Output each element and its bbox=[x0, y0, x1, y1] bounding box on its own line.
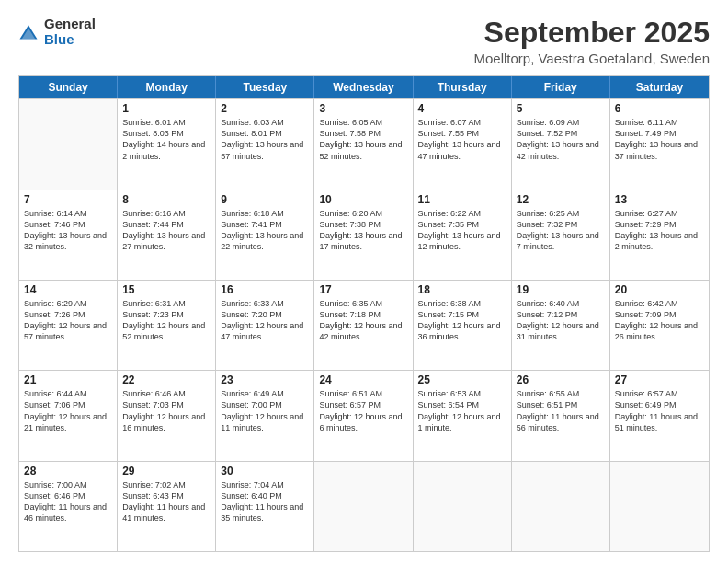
calendar-cell: 4Sunrise: 6:07 AMSunset: 7:55 PMDaylight… bbox=[414, 99, 512, 189]
calendar-row-4: 28Sunrise: 7:00 AMSunset: 6:46 PMDayligh… bbox=[19, 461, 709, 551]
cell-info: Sunrise: 6:22 AMSunset: 7:35 PMDaylight:… bbox=[418, 208, 506, 253]
calendar-cell: 23Sunrise: 6:49 AMSunset: 7:00 PMDayligh… bbox=[216, 371, 314, 460]
page: General Blue September 2025 Moelltorp, V… bbox=[0, 0, 728, 563]
cell-info: Sunrise: 6:53 AMSunset: 6:54 PMDaylight:… bbox=[418, 388, 506, 433]
cell-info: Sunrise: 6:55 AMSunset: 6:51 PMDaylight:… bbox=[517, 388, 605, 433]
header: General Blue September 2025 Moelltorp, V… bbox=[18, 17, 710, 66]
calendar-cell: 2Sunrise: 6:03 AMSunset: 8:01 PMDaylight… bbox=[216, 99, 314, 189]
day-number: 6 bbox=[615, 102, 704, 115]
calendar-cell: 16Sunrise: 6:33 AMSunset: 7:20 PMDayligh… bbox=[216, 281, 314, 370]
calendar-cell: 13Sunrise: 6:27 AMSunset: 7:29 PMDayligh… bbox=[610, 190, 709, 280]
calendar-cell: 9Sunrise: 6:18 AMSunset: 7:41 PMDaylight… bbox=[216, 190, 314, 280]
calendar-cell: 14Sunrise: 6:29 AMSunset: 7:26 PMDayligh… bbox=[19, 281, 118, 370]
calendar-cell: 5Sunrise: 6:09 AMSunset: 7:52 PMDaylight… bbox=[512, 99, 610, 189]
header-day-monday: Monday bbox=[118, 76, 216, 98]
cell-info: Sunrise: 6:35 AMSunset: 7:18 PMDaylight:… bbox=[319, 298, 407, 343]
calendar-cell: 10Sunrise: 6:20 AMSunset: 7:38 PMDayligh… bbox=[314, 190, 413, 280]
calendar-cell: 12Sunrise: 6:25 AMSunset: 7:32 PMDayligh… bbox=[512, 190, 610, 280]
calendar-cell: 30Sunrise: 7:04 AMSunset: 6:40 PMDayligh… bbox=[216, 462, 314, 551]
calendar-cell: 7Sunrise: 6:14 AMSunset: 7:46 PMDaylight… bbox=[19, 190, 118, 280]
day-number: 9 bbox=[221, 193, 309, 206]
cell-info: Sunrise: 6:07 AMSunset: 7:55 PMDaylight:… bbox=[418, 117, 506, 162]
cell-info: Sunrise: 6:38 AMSunset: 7:15 PMDaylight:… bbox=[418, 298, 506, 343]
header-day-tuesday: Tuesday bbox=[216, 76, 314, 98]
day-number: 20 bbox=[615, 283, 704, 296]
cell-info: Sunrise: 7:02 AMSunset: 6:43 PMDaylight:… bbox=[122, 479, 210, 524]
calendar-cell: 27Sunrise: 6:57 AMSunset: 6:49 PMDayligh… bbox=[610, 371, 709, 460]
title-block: September 2025 Moelltorp, Vaestra Goetal… bbox=[473, 17, 710, 66]
cell-info: Sunrise: 6:18 AMSunset: 7:41 PMDaylight:… bbox=[221, 208, 309, 253]
cell-info: Sunrise: 6:09 AMSunset: 7:52 PMDaylight:… bbox=[517, 117, 605, 162]
logo-icon bbox=[18, 23, 39, 43]
day-number: 7 bbox=[24, 193, 112, 206]
day-number: 19 bbox=[517, 283, 605, 296]
calendar-cell: 6Sunrise: 6:11 AMSunset: 7:49 PMDaylight… bbox=[610, 99, 709, 189]
header-day-saturday: Saturday bbox=[610, 76, 709, 98]
cell-info: Sunrise: 6:20 AMSunset: 7:38 PMDaylight:… bbox=[319, 208, 407, 253]
day-number: 1 bbox=[122, 102, 210, 115]
day-number: 24 bbox=[319, 373, 407, 386]
day-number: 29 bbox=[122, 465, 210, 477]
day-number: 17 bbox=[319, 283, 407, 296]
day-number: 15 bbox=[122, 283, 210, 296]
cell-info: Sunrise: 6:49 AMSunset: 7:00 PMDaylight:… bbox=[221, 388, 309, 433]
calendar-body: 1Sunrise: 6:01 AMSunset: 8:03 PMDaylight… bbox=[19, 98, 709, 551]
calendar-cell bbox=[314, 462, 413, 551]
cell-info: Sunrise: 6:33 AMSunset: 7:20 PMDaylight:… bbox=[221, 298, 309, 343]
header-day-wednesday: Wednesday bbox=[314, 76, 413, 98]
cell-info: Sunrise: 6:03 AMSunset: 8:01 PMDaylight:… bbox=[221, 117, 309, 162]
calendar-cell: 29Sunrise: 7:02 AMSunset: 6:43 PMDayligh… bbox=[118, 462, 216, 551]
calendar-cell: 18Sunrise: 6:38 AMSunset: 7:15 PMDayligh… bbox=[414, 281, 512, 370]
cell-info: Sunrise: 6:25 AMSunset: 7:32 PMDaylight:… bbox=[517, 208, 605, 253]
cell-info: Sunrise: 7:00 AMSunset: 6:46 PMDaylight:… bbox=[24, 479, 112, 524]
calendar-cell: 21Sunrise: 6:44 AMSunset: 7:06 PMDayligh… bbox=[19, 371, 118, 460]
calendar-cell: 28Sunrise: 7:00 AMSunset: 6:46 PMDayligh… bbox=[19, 462, 118, 551]
cell-info: Sunrise: 6:57 AMSunset: 6:49 PMDaylight:… bbox=[615, 388, 704, 433]
calendar-row-2: 14Sunrise: 6:29 AMSunset: 7:26 PMDayligh… bbox=[19, 280, 709, 370]
calendar-cell: 3Sunrise: 6:05 AMSunset: 7:58 PMDaylight… bbox=[314, 99, 413, 189]
calendar-row-3: 21Sunrise: 6:44 AMSunset: 7:06 PMDayligh… bbox=[19, 370, 709, 460]
day-number: 11 bbox=[418, 193, 506, 206]
cell-info: Sunrise: 7:04 AMSunset: 6:40 PMDaylight:… bbox=[221, 479, 309, 524]
day-number: 12 bbox=[517, 193, 605, 206]
cell-info: Sunrise: 6:40 AMSunset: 7:12 PMDaylight:… bbox=[517, 298, 605, 343]
calendar-cell: 1Sunrise: 6:01 AMSunset: 8:03 PMDaylight… bbox=[118, 99, 216, 189]
logo-text: General Blue bbox=[44, 17, 96, 47]
cell-info: Sunrise: 6:46 AMSunset: 7:03 PMDaylight:… bbox=[122, 388, 210, 433]
calendar-cell: 20Sunrise: 6:42 AMSunset: 7:09 PMDayligh… bbox=[610, 281, 709, 370]
day-number: 10 bbox=[319, 193, 407, 206]
day-number: 5 bbox=[517, 102, 605, 115]
day-number: 16 bbox=[221, 283, 309, 296]
location-title: Moelltorp, Vaestra Goetaland, Sweden bbox=[473, 51, 710, 66]
day-number: 22 bbox=[122, 373, 210, 386]
day-number: 28 bbox=[24, 465, 112, 477]
cell-info: Sunrise: 6:05 AMSunset: 7:58 PMDaylight:… bbox=[319, 117, 407, 162]
cell-info: Sunrise: 6:44 AMSunset: 7:06 PMDaylight:… bbox=[24, 388, 112, 433]
calendar-cell bbox=[414, 462, 512, 551]
calendar-cell: 19Sunrise: 6:40 AMSunset: 7:12 PMDayligh… bbox=[512, 281, 610, 370]
calendar-row-0: 1Sunrise: 6:01 AMSunset: 8:03 PMDaylight… bbox=[19, 98, 709, 189]
logo-blue-text: Blue bbox=[44, 32, 96, 48]
header-day-sunday: Sunday bbox=[19, 76, 118, 98]
cell-info: Sunrise: 6:42 AMSunset: 7:09 PMDaylight:… bbox=[615, 298, 704, 343]
cell-info: Sunrise: 6:29 AMSunset: 7:26 PMDaylight:… bbox=[24, 298, 112, 343]
cell-info: Sunrise: 6:31 AMSunset: 7:23 PMDaylight:… bbox=[122, 298, 210, 343]
calendar-cell bbox=[610, 462, 709, 551]
header-day-friday: Friday bbox=[512, 76, 610, 98]
calendar-cell: 22Sunrise: 6:46 AMSunset: 7:03 PMDayligh… bbox=[118, 371, 216, 460]
calendar-cell bbox=[512, 462, 610, 551]
logo: General Blue bbox=[18, 17, 96, 47]
day-number: 27 bbox=[615, 373, 704, 386]
calendar-cell: 15Sunrise: 6:31 AMSunset: 7:23 PMDayligh… bbox=[118, 281, 216, 370]
day-number: 3 bbox=[319, 102, 407, 115]
cell-info: Sunrise: 6:01 AMSunset: 8:03 PMDaylight:… bbox=[122, 117, 210, 162]
day-number: 2 bbox=[221, 102, 309, 115]
header-day-thursday: Thursday bbox=[414, 76, 512, 98]
day-number: 18 bbox=[418, 283, 506, 296]
cell-info: Sunrise: 6:27 AMSunset: 7:29 PMDaylight:… bbox=[615, 208, 704, 253]
month-title: September 2025 bbox=[473, 17, 710, 49]
cell-info: Sunrise: 6:51 AMSunset: 6:57 PMDaylight:… bbox=[319, 388, 407, 433]
cell-info: Sunrise: 6:16 AMSunset: 7:44 PMDaylight:… bbox=[122, 208, 210, 253]
day-number: 4 bbox=[418, 102, 506, 115]
calendar-header: SundayMondayTuesdayWednesdayThursdayFrid… bbox=[19, 76, 709, 98]
